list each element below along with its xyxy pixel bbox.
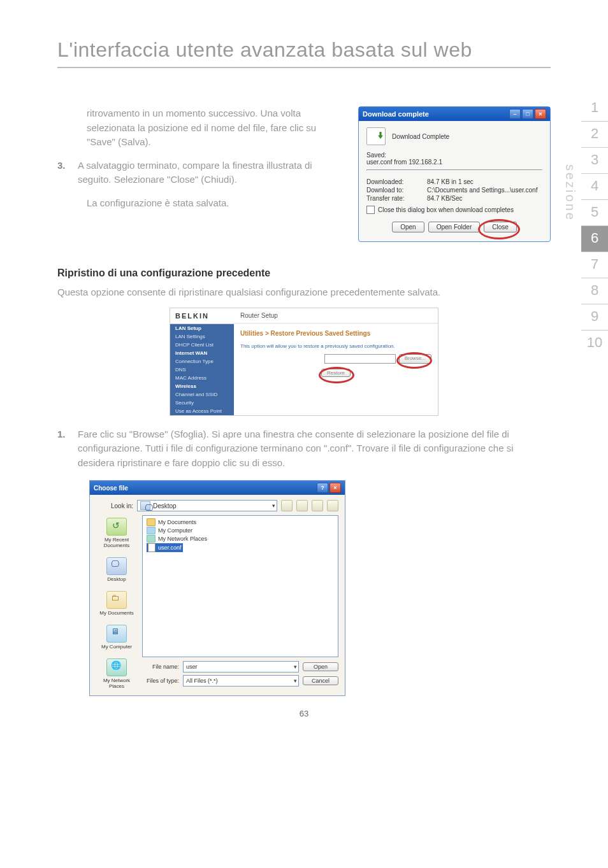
section-tab-7[interactable]: 7 — [581, 252, 608, 278]
belkin-router-panel: BELKIN LAN Setup LAN Settings DHCP Clien… — [170, 308, 438, 416]
open-button[interactable]: Open — [392, 222, 424, 232]
sidebar-desktop-label: Desktop — [106, 576, 127, 582]
file-item-my-computer[interactable]: My Computer — [147, 527, 334, 534]
sidebar-lan-setup[interactable]: LAN Setup — [170, 324, 234, 332]
file-type-dropdown[interactable]: All Files (*.*) — [183, 675, 299, 687]
restore-heading: Ripristino di una configurazione precede… — [57, 267, 551, 279]
section-tab-3[interactable]: 3 — [581, 148, 608, 174]
download-complete-label: Download Complete — [392, 133, 449, 140]
view-menu-icon[interactable] — [327, 500, 338, 511]
network-icon — [147, 535, 156, 543]
close-dialog-checkbox-label: Close this dialog box when download comp… — [378, 206, 514, 213]
belkin-section-title: Utilities > Restore Previous Saved Setti… — [240, 330, 431, 337]
sidebar-lan-settings[interactable]: LAN Settings — [170, 332, 234, 341]
sidebar-mac[interactable]: MAC Address — [170, 374, 234, 382]
step-1-text: Fare clic su "Browse" (Sfoglia). Si apre… — [78, 427, 551, 471]
sidebar-docs-label: My Documents — [99, 610, 133, 616]
transfer-rate-value: 84.7 KB/Sec — [427, 195, 463, 202]
section-vertical-label: sezione — [563, 164, 577, 222]
downloaded-label: Downloaded: — [366, 178, 427, 185]
open-button[interactable]: Open — [303, 662, 338, 671]
step-3-text: A salvataggio terminato, compare la fine… — [78, 159, 345, 187]
minimize-icon[interactable]: – — [509, 109, 521, 119]
sidebar-my-documents[interactable]: My Documents — [99, 591, 133, 616]
belkin-file-input[interactable] — [324, 354, 396, 364]
file-name-input[interactable]: user — [183, 661, 299, 672]
download-icon — [366, 127, 386, 145]
downloaded-value: 84.7 KB in 1 sec — [427, 178, 474, 185]
section-tab-10[interactable]: 10 — [581, 331, 608, 356]
file-name-label: File name: — [142, 664, 179, 670]
browse-button[interactable]: Browse... — [399, 354, 431, 364]
page-title: L'interfaccia utente avanzata basata sul… — [57, 38, 551, 62]
file-list-area[interactable]: My Documents My Computer My Network Plac… — [142, 515, 338, 657]
belkin-brand-label: BELKIN — [170, 308, 234, 324]
sidebar-recent[interactable]: My Recent Documents — [96, 518, 137, 548]
close-button-label: Close — [492, 224, 509, 231]
saved-label: Saved: — [366, 152, 542, 159]
maximize-icon[interactable]: □ — [522, 109, 533, 119]
recent-icon — [106, 518, 127, 536]
intro-paragraph: ritrovamento in un momento successivo. U… — [87, 106, 345, 150]
sidebar-computer-label: My Computer — [101, 644, 132, 650]
close-button[interactable]: Close — [484, 222, 517, 232]
sidebar-security[interactable]: Security — [170, 399, 234, 407]
step-3-note: La configurazione è stata salvata. — [87, 196, 345, 211]
download-to-value: C:\Documents and Settings...\user.conf — [427, 187, 537, 194]
file-item-my-network[interactable]: My Network Places — [147, 535, 334, 543]
transfer-rate-label: Transfer rate: — [366, 195, 427, 202]
belkin-section-desc: This option will allow you to restore a … — [240, 343, 431, 349]
sidebar-channel[interactable]: Channel and SSID — [170, 390, 234, 399]
section-tab-6[interactable]: 6 — [581, 226, 608, 252]
sidebar-desktop[interactable]: Desktop — [106, 557, 127, 582]
help-icon[interactable]: ? — [317, 483, 328, 493]
sidebar-dhcp[interactable]: DHCP Client List — [170, 341, 234, 349]
look-in-dropdown[interactable]: Desktop — [137, 500, 277, 511]
restore-button[interactable]: Restore — [321, 369, 351, 377]
new-folder-icon[interactable] — [312, 500, 323, 511]
open-folder-button[interactable]: Open Folder — [428, 222, 481, 232]
file-icon — [148, 543, 156, 552]
desktop-icon — [140, 501, 150, 510]
section-tab-9[interactable]: 9 — [581, 304, 608, 331]
dialog-titlebar: Download complete – □ × — [359, 107, 550, 121]
restore-description: Questa opzione consente di ripristinare … — [57, 285, 551, 300]
computer-icon — [147, 527, 156, 534]
close-icon[interactable]: × — [329, 483, 341, 493]
sidebar-my-computer[interactable]: My Computer — [101, 625, 132, 650]
browse-button-label: Browse... — [405, 355, 426, 361]
download-to-label: Download to: — [366, 187, 427, 194]
file-item-selected[interactable]: user.conf — [147, 543, 183, 552]
sidebar-wireless[interactable]: Wireless — [170, 382, 234, 390]
step-1-number: 1. — [57, 427, 69, 471]
computer-icon — [106, 625, 127, 643]
section-tab-4[interactable]: 4 — [581, 174, 608, 200]
section-tab-5[interactable]: 5 — [581, 200, 608, 226]
sidebar-my-network[interactable]: My Network Places — [96, 658, 137, 689]
section-tab-8[interactable]: 8 — [581, 278, 608, 304]
up-icon[interactable] — [296, 500, 308, 511]
file-item-selected-label: user.conf — [158, 544, 182, 551]
look-in-label: Look in: — [96, 502, 133, 509]
close-icon[interactable]: × — [535, 109, 546, 119]
section-tab-2[interactable]: 2 — [581, 122, 608, 148]
belkin-router-setup-label: Router Setup — [234, 308, 438, 324]
back-icon[interactable] — [281, 500, 293, 511]
file-type-label: Files of type: — [142, 678, 179, 684]
title-underline — [57, 67, 551, 68]
restore-button-label: Restore — [327, 370, 345, 376]
page-number: 63 — [57, 709, 551, 718]
file-item-my-documents[interactable]: My Documents — [147, 518, 334, 526]
sidebar-use-ap[interactable]: Use as Access Point — [170, 407, 234, 415]
sidebar-dns[interactable]: DNS — [170, 366, 234, 374]
documents-icon — [106, 591, 127, 609]
file-item-label: My Computer — [158, 527, 192, 534]
sidebar-internet-wan[interactable]: Internet WAN — [170, 349, 234, 357]
file-type-value: All Files (*.*) — [186, 678, 218, 684]
look-in-value: Desktop — [153, 502, 177, 509]
folder-icon — [147, 518, 156, 526]
sidebar-connection[interactable]: Connection Type — [170, 357, 234, 366]
section-tab-1[interactable]: 1 — [581, 96, 608, 122]
cancel-button[interactable]: Cancel — [303, 676, 338, 685]
close-dialog-checkbox[interactable] — [366, 206, 375, 214]
